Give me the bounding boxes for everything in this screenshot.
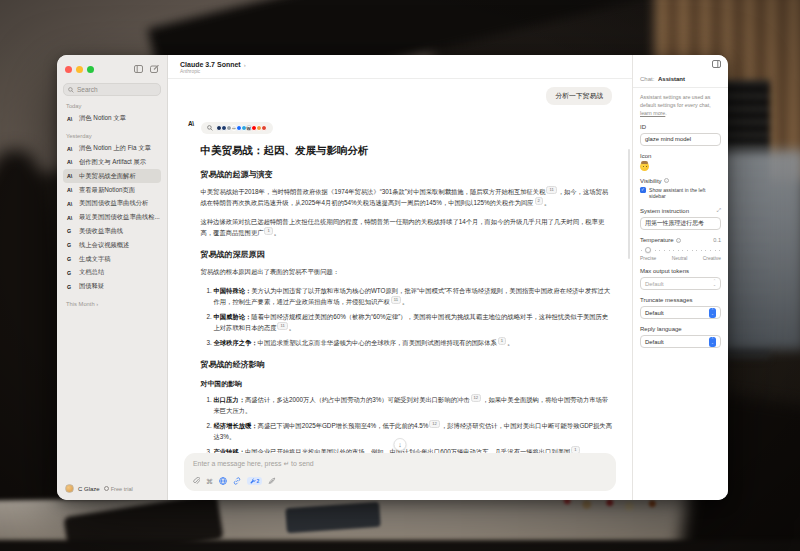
chat-history-item[interactable]: A\创作图文与 Artifact 展示 <box>63 156 161 170</box>
anthropic-logo-icon: A\ <box>67 201 75 207</box>
citation-badge[interactable]: 2 <box>535 197 543 205</box>
chat-history-list: TodayA\润色 Notion 文章YesterdayA\润色 Notion … <box>57 103 167 307</box>
section-heading: 贸易战的深层原因 <box>201 249 613 260</box>
shortcuts-icon[interactable]: ⌘ <box>206 478 213 485</box>
source-favicon <box>261 125 268 132</box>
chat-history-item[interactable]: G美债收益率曲线 <box>63 225 161 239</box>
message-composer[interactable]: Enter a message here, press ↵ to send ⌘ … <box>184 453 616 491</box>
chat-history-item-label: 线上会议视频概述 <box>79 241 129 250</box>
chat-history-item-label: 美国国债收益率曲线分析 <box>79 199 148 208</box>
chat-history-item-label: 润色 Notion 文章 <box>79 114 126 123</box>
anthropic-logo-icon: A\ <box>67 146 75 152</box>
reply-language-select[interactable]: Default ⌃⌄ <box>640 335 721 348</box>
model-provider: Anthropic <box>180 69 620 74</box>
avatar <box>65 484 74 493</box>
max-tokens-label: Max output tokens <box>640 268 721 274</box>
chat-history-item[interactable]: A\最近美国国债收益率曲线检... <box>63 211 161 225</box>
chevron-right-icon: › <box>244 62 246 68</box>
visibility-checkbox-row[interactable]: ✓ Show assistant in the left sidebar <box>640 187 721 200</box>
chat-history-item-label: 润色 Notion 上的 Fia 文章 <box>79 144 151 153</box>
stepper-icon[interactable]: ⌃⌄ <box>713 280 716 286</box>
web-search-sources-chip[interactable]: •••W <box>201 122 274 134</box>
learn-more-link[interactable]: learn more <box>640 110 665 116</box>
list-item: 出口压力：高盛估计，多达2000万人（约占中国劳动力的3%）可能受到对美出口影响… <box>214 394 613 416</box>
account-name: C Glaze <box>78 486 100 492</box>
id-label: ID <box>640 124 721 130</box>
anthropic-logo-icon: A\ <box>188 117 194 453</box>
section-subheading: 对中国的影响 <box>201 379 613 389</box>
temperature-slider[interactable] <box>641 246 720 254</box>
history-group-label[interactable]: This Month › <box>66 301 158 307</box>
chat-history-item[interactable]: A\美国国债收益率曲线分析 <box>63 197 161 211</box>
list-item: 中国威胁论：随着中国经济规模超过美国的60%（被称为“60%定律”），美国将中国… <box>214 311 613 333</box>
citation-badge[interactable]: 11 <box>546 186 556 194</box>
chat-history-item[interactable]: A\中美贸易战全面解析 <box>63 169 161 183</box>
chat-history-item[interactable]: A\查看最新Notion页面 <box>63 183 161 197</box>
search-placeholder: Search <box>77 86 98 93</box>
id-input[interactable]: glaze mind model <box>640 133 721 146</box>
assistant-emoji-icon[interactable] <box>640 162 649 171</box>
citation-badge[interactable]: 12 <box>429 420 440 428</box>
expand-icon[interactable]: ⤢ <box>717 207 721 214</box>
panel-tab[interactable]: Chat: Assistant <box>640 76 721 82</box>
checkbox-checked-icon[interactable]: ✓ <box>640 187 646 193</box>
slider-thumb[interactable] <box>645 247 652 254</box>
web-browsing-icon[interactable] <box>219 477 227 485</box>
citation-badge[interactable]: 1 <box>264 227 272 235</box>
chat-history-item[interactable]: G国债释疑 <box>63 280 161 294</box>
account-footer[interactable]: C Glaze Free trial <box>65 484 133 493</box>
system-instruction-input[interactable]: 用第一性原理进行思考 <box>640 217 721 230</box>
list-item: 经济增长放缓：高盛已下调中国2025年GDP增长预期至4%，低于此前的4.5%1… <box>214 420 613 442</box>
quill-icon[interactable] <box>268 477 276 485</box>
message-scroll-area[interactable]: 分析一下贸易战 A\ •••W 中美贸易战：起因、发展与影响分析贸易战的起源与演… <box>168 79 632 453</box>
citation-badge[interactable]: 1 <box>498 337 506 345</box>
chat-history-item-label: 创作图文与 Artifact 展示 <box>79 158 146 167</box>
chat-main: Claude 3.7 Sonnet › Anthropic 分析一下贸易战 A\… <box>168 55 632 500</box>
citation-badge[interactable]: 12 <box>471 394 482 402</box>
article-paragraph: 中美贸易战始于2018年，当时特朗普政府依据《1974年贸易法》“301条款”对… <box>201 186 613 208</box>
history-group-label: Yesterday <box>66 133 158 139</box>
close-window-button[interactable] <box>65 66 72 73</box>
knowledge-link-icon[interactable] <box>233 477 241 485</box>
section-heading: 贸易战的经济影响 <box>201 359 613 370</box>
attachment-icon[interactable] <box>193 477 200 485</box>
chat-scrollbar[interactable] <box>628 149 630 259</box>
list-item-lead: 中国特殊论： <box>214 287 252 294</box>
numbered-list: 中国特殊论：美方认为中国违背了以开放和市场为核心的WTO原则，批评“中国模式”不… <box>201 285 613 348</box>
max-tokens-input[interactable]: Default ⌃⌄ <box>640 277 721 290</box>
scroll-to-bottom-button[interactable]: ↓ <box>394 438 407 451</box>
chat-history-item[interactable]: G线上会议视频概述 <box>63 238 161 252</box>
model-selector[interactable]: Claude 3.7 Sonnet › <box>180 61 620 68</box>
user-message-bubble[interactable]: 分析一下贸易战 <box>546 87 612 105</box>
search-input[interactable]: Search <box>63 83 161 96</box>
citation-badge[interactable]: 11 <box>277 322 287 330</box>
list-item-lead: 中国威胁论： <box>214 313 252 320</box>
citation-badge[interactable]: 1 <box>571 446 579 453</box>
sidebar: Search TodayA\润色 Notion 文章YesterdayA\润色 … <box>57 55 168 500</box>
citation-badge[interactable]: 11 <box>391 296 401 304</box>
list-item-lead: 出口压力： <box>214 396 245 403</box>
zoom-window-button[interactable] <box>87 66 94 73</box>
chat-history-item[interactable]: A\润色 Notion 文章 <box>63 112 161 126</box>
chat-history-item[interactable]: G生成文字稿 <box>63 252 161 266</box>
icon-label: Icon <box>640 153 721 159</box>
chat-history-item[interactable]: A\润色 Notion 上的 Fia 文章 <box>63 142 161 156</box>
toggle-sidebar-icon[interactable] <box>134 65 143 73</box>
article-title: 中美贸易战：起因、发展与影响分析 <box>201 144 613 158</box>
select-stepper-icon[interactable]: ⌃⌄ <box>709 337 716 347</box>
toggle-settings-panel-icon[interactable] <box>712 60 721 68</box>
gemini-logo-icon: G <box>67 228 75 234</box>
tools-count-badge[interactable]: 2 <box>247 477 262 485</box>
select-stepper-icon[interactable]: ⌃⌄ <box>709 308 716 318</box>
user-message-row: 分析一下贸易战 <box>188 87 612 105</box>
anthropic-logo-icon: A\ <box>67 187 75 193</box>
chat-history-item[interactable]: G文档总结 <box>63 266 161 280</box>
minimize-window-button[interactable] <box>76 66 83 73</box>
new-chat-icon[interactable] <box>150 65 159 73</box>
wrench-icon <box>250 478 256 484</box>
composer-toolbar: ⌘ 2 <box>193 477 607 485</box>
chat-history-item-label: 中美贸易战全面解析 <box>79 172 136 181</box>
window-controls <box>57 55 167 78</box>
gemini-logo-icon: G <box>67 270 75 276</box>
truncate-select[interactable]: Default ⌃⌄ <box>640 306 721 319</box>
